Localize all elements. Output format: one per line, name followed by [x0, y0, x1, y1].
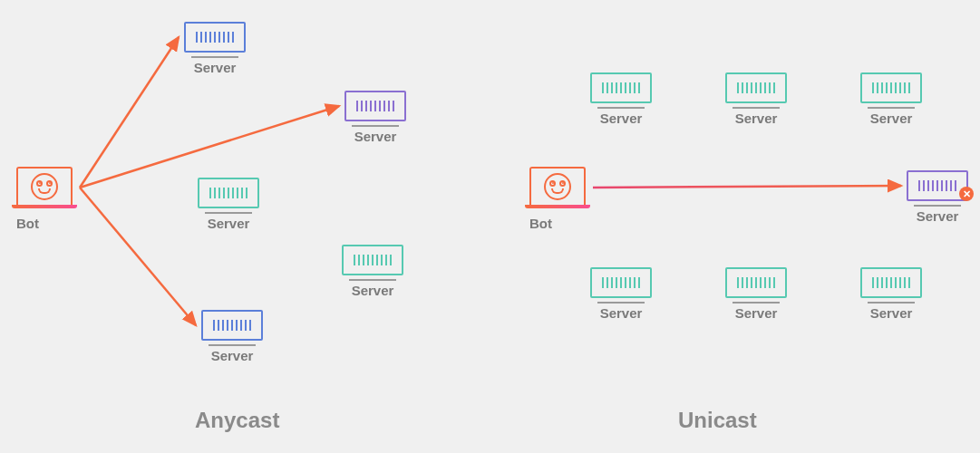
- server-label: Server: [725, 111, 787, 126]
- server-node: Server: [860, 72, 922, 126]
- bot-label: Bot: [529, 216, 586, 231]
- bot-icon: [16, 167, 73, 208]
- server-node: Server: [342, 245, 403, 298]
- connection-arrows: [0, 0, 980, 453]
- server-icon: [860, 72, 922, 103]
- server-node: Server: [344, 91, 406, 144]
- server-node: Server: [184, 22, 246, 75]
- server-icon: ✕: [907, 170, 968, 201]
- server-label: Server: [907, 208, 968, 224]
- server-label: Server: [344, 129, 406, 144]
- diagram-title: Unicast: [678, 408, 757, 433]
- server-icon: [725, 267, 787, 298]
- server-label: Server: [725, 305, 787, 321]
- server-icon: [590, 267, 652, 298]
- server-icon: [201, 310, 263, 341]
- server-label: Server: [198, 216, 259, 231]
- server-icon: [590, 72, 652, 103]
- server-node: Server: [725, 72, 787, 126]
- server-icon: [342, 245, 403, 275]
- server-node: Server: [725, 267, 787, 321]
- server-label: Server: [860, 305, 922, 321]
- server-icon: [860, 267, 922, 298]
- server-icon: [198, 178, 259, 208]
- server-label: Server: [184, 60, 246, 75]
- server-node: Server: [590, 72, 652, 126]
- server-icon: [725, 72, 787, 103]
- server-node: ✕Server: [907, 170, 968, 224]
- server-node: Server: [860, 267, 922, 321]
- server-label: Server: [860, 111, 922, 126]
- server-label: Server: [590, 305, 652, 321]
- server-node: Server: [198, 178, 259, 231]
- server-node: Server: [590, 267, 652, 321]
- arrow-icon: [80, 106, 339, 188]
- arrow-icon: [80, 37, 179, 188]
- server-icon: [184, 22, 246, 53]
- server-label: Server: [590, 111, 652, 126]
- server-label: Server: [342, 283, 403, 298]
- bot-icon: [529, 167, 586, 208]
- bot-node: Bot: [529, 167, 586, 231]
- blocked-icon: ✕: [959, 187, 974, 201]
- server-icon: [344, 91, 406, 121]
- diagram-title: Anycast: [195, 408, 279, 433]
- server-label: Server: [201, 348, 263, 363]
- bot-node: Bot: [16, 167, 73, 231]
- bot-label: Bot: [16, 216, 73, 231]
- server-node: Server: [201, 310, 263, 363]
- arrow-icon: [80, 188, 196, 325]
- arrow-icon: [593, 186, 901, 188]
